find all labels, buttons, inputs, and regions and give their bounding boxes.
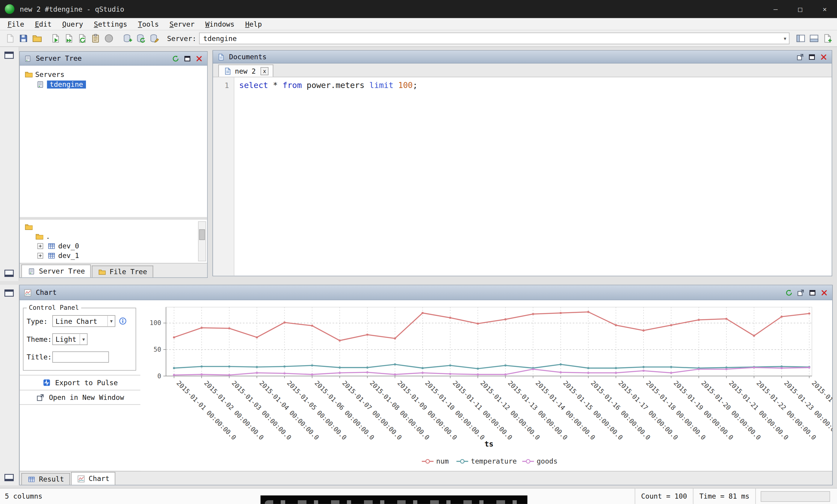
code-line[interactable]: select * from power.meters limit 100;: [234, 77, 417, 276]
close-panel-icon[interactable]: [195, 54, 203, 63]
refresh-query-icon[interactable]: [75, 32, 89, 45]
open-in-new-window-button[interactable]: Open in New Window: [20, 390, 141, 405]
document-icon: [223, 67, 232, 75]
scrollbar-thumb[interactable]: [199, 229, 205, 240]
tab-label: Server Tree: [39, 267, 85, 275]
chart-canvas[interactable]: 0501002015-01-01 00:00:00.02015-01-02 00…: [141, 300, 832, 471]
tab-new-2[interactable]: new 2 x: [218, 64, 273, 77]
chart-theme-select[interactable]: Light ▼: [52, 333, 88, 345]
window-title: new 2 #tdengine - qStudio: [20, 5, 124, 13]
server-icon: [27, 267, 36, 276]
close-button[interactable]: ×: [813, 0, 837, 18]
edit-server-icon[interactable]: [147, 32, 161, 45]
open-file-icon[interactable]: [30, 32, 43, 45]
toggle-panel-icon[interactable]: [794, 32, 807, 45]
tab-chart[interactable]: Chart: [71, 472, 115, 485]
panel-title: Chart: [36, 288, 57, 297]
menu-item-windows[interactable]: Windows: [200, 19, 240, 29]
popout-icon: [36, 393, 44, 402]
dock-window-icon[interactable]: [4, 269, 14, 277]
svg-text:2015-01-04 00:00:00.0: 2015-01-04 00:00:00.0: [258, 379, 321, 441]
add-server-icon[interactable]: [121, 32, 134, 45]
maximize-button[interactable]: □: [788, 0, 813, 18]
menu-item-file[interactable]: File: [2, 19, 29, 29]
menu-item-tools[interactable]: Tools: [133, 19, 164, 29]
add-document-icon[interactable]: [820, 32, 834, 45]
chart-icon: [23, 288, 32, 297]
run-query-icon[interactable]: [49, 32, 62, 45]
refresh-icon[interactable]: [171, 54, 180, 63]
qstudio-logo-icon: [5, 4, 14, 14]
dock-window-icon[interactable]: [4, 51, 14, 59]
code-token: 100: [398, 80, 412, 90]
line-chart: 0501002015-01-01 00:00:00.02015-01-02 00…: [141, 300, 832, 471]
refresh-icon[interactable]: [785, 288, 793, 297]
new-document-icon[interactable]: [3, 32, 17, 45]
svg-text:2015-01-11 00:00:00.0: 2015-01-11 00:00:00.0: [451, 379, 514, 441]
copy-icon[interactable]: [89, 32, 102, 45]
menu-item-edit[interactable]: Edit: [30, 19, 57, 29]
panel-title: Server Tree: [36, 54, 82, 62]
minimize-button[interactable]: —: [763, 0, 788, 18]
svg-text:2015-01-09 00:00:00.0: 2015-01-09 00:00:00.0: [396, 379, 459, 441]
svg-text:2015-01-15 00:00:00.0: 2015-01-15 00:00:00.0: [562, 379, 624, 441]
expand-icon[interactable]: [36, 242, 44, 250]
folder-icon: [24, 222, 33, 231]
svg-text:ts: ts: [484, 440, 493, 448]
close-panel-icon[interactable]: [819, 53, 828, 61]
tab-label: Chart: [89, 475, 110, 483]
sql-editor[interactable]: 1 select * from power.meters limit 100;: [213, 77, 832, 276]
expand-icon[interactable]: [36, 251, 44, 260]
stop-query-icon[interactable]: [102, 32, 115, 45]
code-token: [393, 80, 398, 90]
documents-panel: Documents new 2 x 1 select * from power.…: [212, 50, 832, 276]
svg-text:2015-01-02 00:00:00.0: 2015-01-02 00:00:00.0: [203, 379, 265, 441]
menu-item-help[interactable]: Help: [240, 19, 267, 29]
export-to-pulse-button[interactable]: Export to Pulse: [20, 375, 141, 390]
dock-window-icon[interactable]: [4, 473, 14, 482]
close-panel-icon[interactable]: [820, 288, 829, 297]
menu-item-server[interactable]: Server: [164, 19, 200, 29]
tab-server-tree[interactable]: Server Tree: [21, 265, 91, 277]
tab-label: File Tree: [109, 268, 147, 276]
save-icon[interactable]: [17, 32, 30, 45]
maximize-panel-icon[interactable]: [808, 53, 816, 61]
tree-node-dev1[interactable]: dev_1: [20, 250, 207, 260]
tab-result[interactable]: Result: [21, 473, 70, 485]
dock-window-icon[interactable]: [4, 289, 14, 297]
run-selection-icon[interactable]: [62, 32, 75, 45]
toolbar: Server: tdengine ▼: [0, 31, 837, 47]
refresh-server-icon[interactable]: [134, 32, 147, 45]
popout-icon[interactable]: [797, 288, 805, 297]
scrollbar[interactable]: [198, 221, 206, 261]
tree-node-dev0[interactable]: dev_0: [20, 241, 207, 250]
popout-icon[interactable]: [796, 53, 805, 61]
left-panel-tabs: Server Tree File Tree: [20, 263, 207, 277]
svg-text:2015-01-19 00:00:00.0: 2015-01-19 00:00:00.0: [672, 379, 735, 441]
svg-text:2015-01-22 00:00:00.0: 2015-01-22 00:00:00.0: [755, 379, 818, 441]
svg-text:2015-01-01 00:00:00.0: 2015-01-01 00:00:00.0: [175, 379, 237, 441]
menu-item-settings[interactable]: Settings: [88, 19, 132, 29]
close-tab-button[interactable]: x: [261, 67, 269, 75]
maximize-panel-icon[interactable]: [183, 54, 192, 63]
tree-node-dot[interactable]: .: [20, 231, 207, 241]
chart-title-input[interactable]: [52, 351, 109, 362]
chevron-down-icon: ▼: [80, 334, 87, 344]
server-selector[interactable]: tdengine ▼: [199, 33, 789, 44]
chart-type-select[interactable]: Line Chart ▼: [52, 315, 115, 327]
svg-text:0: 0: [157, 372, 161, 380]
tab-file-tree[interactable]: File Tree: [92, 265, 153, 277]
svg-text:2015-01-18 00:00:00.0: 2015-01-18 00:00:00.0: [645, 379, 707, 441]
info-icon[interactable]: [119, 317, 127, 325]
svg-text:2015-01-07 00:00:00.0: 2015-01-07 00:00:00.0: [341, 379, 404, 441]
panel-title: Documents: [229, 53, 267, 61]
tree-node-tdengine[interactable]: tdengine: [20, 80, 207, 90]
toggle-console-icon[interactable]: [807, 32, 820, 45]
type-label: Type:: [26, 317, 52, 325]
tree-node-servers[interactable]: Servers: [20, 70, 207, 80]
tree-node-root-folder[interactable]: [20, 222, 207, 231]
svg-text:2015-01-05 00:00:00.0: 2015-01-05 00:00:00.0: [285, 379, 348, 441]
maximize-panel-icon[interactable]: [808, 288, 817, 297]
chart-header: Chart: [20, 285, 832, 300]
menu-item-query[interactable]: Query: [57, 19, 88, 29]
